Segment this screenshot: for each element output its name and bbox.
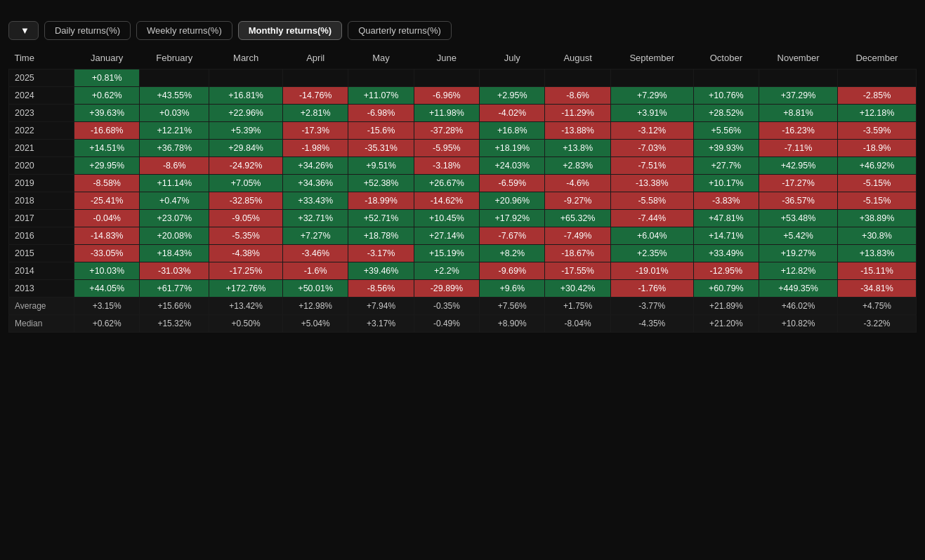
cell-march-2022: +5.39% bbox=[209, 122, 283, 140]
table-row: 2013+44.05%+61.77%+172.76%+50.01%-8.56%-… bbox=[9, 280, 917, 298]
median-cell-february: +15.32% bbox=[140, 315, 209, 333]
cell-november-2021: -7.11% bbox=[759, 140, 838, 157]
year-cell: 2017 bbox=[9, 210, 74, 227]
tab-quarterly[interactable]: Quarterly returns(%) bbox=[348, 21, 452, 40]
cell-april-2016: +7.27% bbox=[283, 227, 348, 245]
cell-february-2013: +61.77% bbox=[140, 280, 209, 298]
cell-june-2022: -37.28% bbox=[414, 122, 479, 140]
cell-march-2023: +22.96% bbox=[209, 105, 283, 122]
cell-november-2014: +12.82% bbox=[759, 262, 838, 280]
cell-august-2015: -18.67% bbox=[545, 245, 610, 262]
cell-july-2017: +17.92% bbox=[480, 210, 545, 227]
year-cell: 2022 bbox=[9, 122, 74, 140]
cell-october-2024: +10.76% bbox=[693, 87, 759, 105]
cell-december-2022: -3.59% bbox=[837, 122, 916, 140]
cell-september-2016: +6.04% bbox=[610, 227, 693, 245]
cell-march-2024: +16.81% bbox=[209, 87, 283, 105]
median-label: Median bbox=[9, 315, 74, 333]
cell-october-2018: -3.83% bbox=[693, 192, 759, 210]
year-cell: 2023 bbox=[9, 105, 74, 122]
cell-march-2018: -32.85% bbox=[209, 192, 283, 210]
year-cell: 2024 bbox=[9, 87, 74, 105]
cell-december-2013: -34.81% bbox=[837, 280, 916, 298]
table-row: 2020+29.95%-8.6%-24.92%+34.26%+9.51%-3.1… bbox=[9, 157, 917, 175]
cell-october-2020: +27.7% bbox=[693, 157, 759, 175]
cell-january-2021: +14.51% bbox=[74, 140, 140, 157]
cell-december-2021: -18.9% bbox=[837, 140, 916, 157]
cell-march-2020: -24.92% bbox=[209, 157, 283, 175]
returns-table: TimeJanuaryFebruaryMarchAprilMayJuneJuly… bbox=[8, 47, 917, 333]
cell-august-2018: -9.27% bbox=[545, 192, 610, 210]
average-cell-september: -3.77% bbox=[610, 298, 693, 315]
average-label: Average bbox=[9, 298, 74, 315]
year-cell: 2019 bbox=[9, 175, 74, 192]
cell-october-2015: +33.49% bbox=[693, 245, 759, 262]
cell-may-2017: +52.71% bbox=[348, 210, 414, 227]
cell-september-2025 bbox=[610, 69, 693, 87]
cell-november-2025 bbox=[759, 69, 838, 87]
cell-may-2013: -8.56% bbox=[348, 280, 414, 298]
cell-january-2019: -8.58% bbox=[74, 175, 140, 192]
cell-may-2014: +39.46% bbox=[348, 262, 414, 280]
cell-march-2016: -5.35% bbox=[209, 227, 283, 245]
cell-june-2019: +26.67% bbox=[414, 175, 479, 192]
cell-september-2023: +3.91% bbox=[610, 105, 693, 122]
cell-january-2023: +39.63% bbox=[74, 105, 140, 122]
cell-january-2020: +29.95% bbox=[74, 157, 140, 175]
cell-november-2015: +19.27% bbox=[759, 245, 838, 262]
col-header-july: July bbox=[480, 47, 545, 69]
cell-november-2016: +5.42% bbox=[759, 227, 838, 245]
cell-april-2021: -1.98% bbox=[283, 140, 348, 157]
table-row: 2017-0.04%+23.07%-9.05%+32.71%+52.71%+10… bbox=[9, 210, 917, 227]
col-header-may: May bbox=[348, 47, 414, 69]
median-row: Median+0.62%+15.32%+0.50%+5.04%+3.17%-0.… bbox=[9, 315, 917, 333]
cell-october-2025 bbox=[693, 69, 759, 87]
cell-february-2022: +12.21% bbox=[140, 122, 209, 140]
median-cell-may: +3.17% bbox=[348, 315, 414, 333]
cell-august-2024: -8.6% bbox=[545, 87, 610, 105]
year-cell: 2015 bbox=[9, 245, 74, 262]
cell-september-2020: -7.51% bbox=[610, 157, 693, 175]
year-cell: 2025 bbox=[9, 69, 74, 87]
cell-march-2015: -4.38% bbox=[209, 245, 283, 262]
average-cell-february: +15.66% bbox=[140, 298, 209, 315]
average-cell-june: -0.35% bbox=[414, 298, 479, 315]
cell-october-2019: +10.17% bbox=[693, 175, 759, 192]
cell-july-2024: +2.95% bbox=[480, 87, 545, 105]
cell-june-2023: +11.98% bbox=[414, 105, 479, 122]
cell-july-2015: +8.2% bbox=[480, 245, 545, 262]
asset-selector[interactable]: ▼ bbox=[8, 21, 39, 40]
tab-daily[interactable]: Daily returns(%) bbox=[44, 21, 131, 40]
median-cell-july: +8.90% bbox=[480, 315, 545, 333]
cell-february-2017: +23.07% bbox=[140, 210, 209, 227]
cell-january-2022: -16.68% bbox=[74, 122, 140, 140]
cell-october-2022: +5.56% bbox=[693, 122, 759, 140]
table-row: 2014+10.03%-31.03%-17.25%-1.6%+39.46%+2.… bbox=[9, 262, 917, 280]
cell-june-2017: +10.45% bbox=[414, 210, 479, 227]
cell-june-2015: +15.19% bbox=[414, 245, 479, 262]
cell-august-2016: -7.49% bbox=[545, 227, 610, 245]
col-header-january: January bbox=[74, 47, 140, 69]
year-cell: 2014 bbox=[9, 262, 74, 280]
cell-july-2022: +16.8% bbox=[480, 122, 545, 140]
cell-october-2017: +47.81% bbox=[693, 210, 759, 227]
cell-may-2019: +52.38% bbox=[348, 175, 414, 192]
cell-september-2022: -3.12% bbox=[610, 122, 693, 140]
tab-monthly[interactable]: Monthly returns(%) bbox=[238, 21, 342, 40]
cell-november-2013: +449.35% bbox=[759, 280, 838, 298]
average-cell-april: +12.98% bbox=[283, 298, 348, 315]
cell-november-2018: -36.57% bbox=[759, 192, 838, 210]
median-cell-april: +5.04% bbox=[283, 315, 348, 333]
cell-july-2013: +9.6% bbox=[480, 280, 545, 298]
cell-february-2025 bbox=[140, 69, 209, 87]
cell-august-2025 bbox=[545, 69, 610, 87]
year-cell: 2013 bbox=[9, 280, 74, 298]
cell-april-2013: +50.01% bbox=[283, 280, 348, 298]
cell-july-2025 bbox=[480, 69, 545, 87]
tab-weekly[interactable]: Weekly returns(%) bbox=[136, 21, 232, 40]
cell-november-2019: -17.27% bbox=[759, 175, 838, 192]
col-header-october: October bbox=[693, 47, 759, 69]
cell-december-2017: +38.89% bbox=[837, 210, 916, 227]
cell-september-2021: -7.03% bbox=[610, 140, 693, 157]
median-cell-october: +21.20% bbox=[693, 315, 759, 333]
